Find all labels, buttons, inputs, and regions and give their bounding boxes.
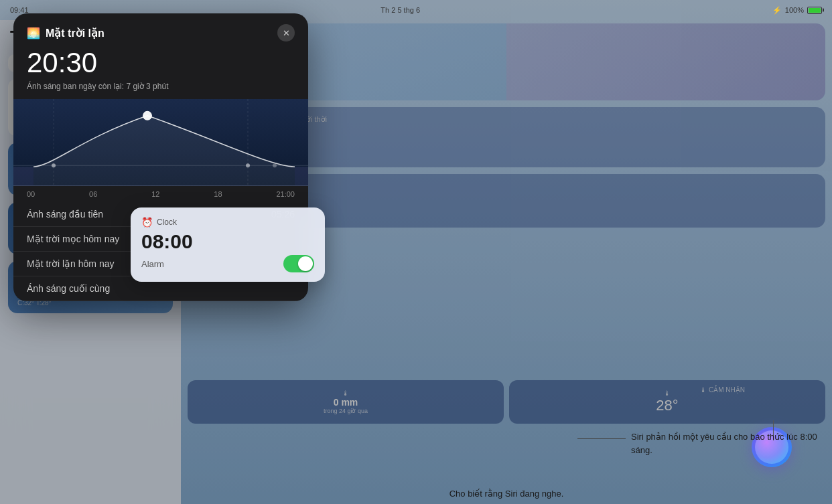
modal-title-row: 🌅 Mặt trời lặn — [27, 27, 105, 39]
clock-icon: ⏰ — [141, 217, 153, 228]
status-time: 09:41 — [10, 6, 29, 14]
siri-caption-line — [577, 438, 626, 439]
sun-chart — [13, 99, 308, 186]
clock-notification: ⏰ Clock 08:00 Alarm — [131, 207, 325, 282]
wifi-icon: ⚡ — [772, 6, 782, 15]
sun-info-label-1: Ánh sáng đầu tiên — [27, 209, 103, 220]
siri-listen-caption: Cho biết rằng Siri đang nghe. — [449, 489, 564, 499]
battery-text: 100% — [785, 6, 804, 14]
sun-info-label-4: Ánh sáng cuối cùng — [27, 283, 110, 294]
svg-point-7 — [273, 163, 277, 167]
status-right: ⚡ 100% — [772, 6, 822, 15]
svg-point-4 — [143, 111, 152, 120]
clock-notif-time: 08:00 — [141, 230, 314, 252]
battery-icon — [807, 7, 822, 14]
chart-label-12: 12 — [151, 190, 159, 198]
modal-title: Mặt trời lặn — [46, 27, 105, 39]
chart-label-18: 18 — [214, 190, 222, 198]
chart-label-06: 06 — [89, 190, 97, 198]
modal-subtitle: Ánh sáng ban ngày còn lại: 7 giờ 3 phút — [13, 82, 308, 99]
sun-arc-svg — [13, 99, 308, 185]
clock-notif-row: Alarm — [141, 255, 314, 272]
status-bar: 09:41 Th 2 5 thg 6 ⚡ 100% — [0, 0, 832, 20]
sun-info-label-3: Mặt trời lặn hôm nay — [27, 258, 114, 269]
svg-point-6 — [246, 163, 250, 167]
svg-point-5 — [52, 163, 56, 167]
sun-info-label-2: Mặt trời mọc hôm nay — [27, 234, 119, 244]
toggle-knob — [298, 256, 313, 271]
chart-label-00: 00 — [27, 190, 35, 198]
alarm-toggle[interactable] — [283, 255, 314, 272]
chart-labels: 00 06 12 18 21:00 — [13, 186, 308, 202]
siri-caption: Siri phản hồi một yêu cầu cho báo thức l… — [631, 430, 819, 457]
chart-label-21: 21:00 — [276, 190, 295, 198]
battery-fill — [809, 8, 821, 13]
sunset-icon: 🌅 — [27, 27, 40, 39]
status-day: Th 2 5 thg 6 — [380, 6, 420, 14]
siri-caption-text: Siri phản hồi một yêu cầu cho báo thức l… — [631, 430, 819, 457]
clock-notif-app: Clock — [157, 218, 177, 227]
modal-sunset-time: 20:30 — [13, 47, 308, 82]
clock-notif-label: Alarm — [141, 259, 164, 269]
modal-close-button[interactable]: ✕ — [277, 24, 295, 41]
clock-notif-header: ⏰ Clock — [141, 217, 314, 228]
ipad-screen: 09:41 Th 2 5 thg 6 ⚡ 100% Thời tiết ⊞ ⊕ … — [0, 0, 832, 504]
caption-area: Siri phản hồi một yêu cầu cho báo thức l… — [181, 427, 832, 504]
